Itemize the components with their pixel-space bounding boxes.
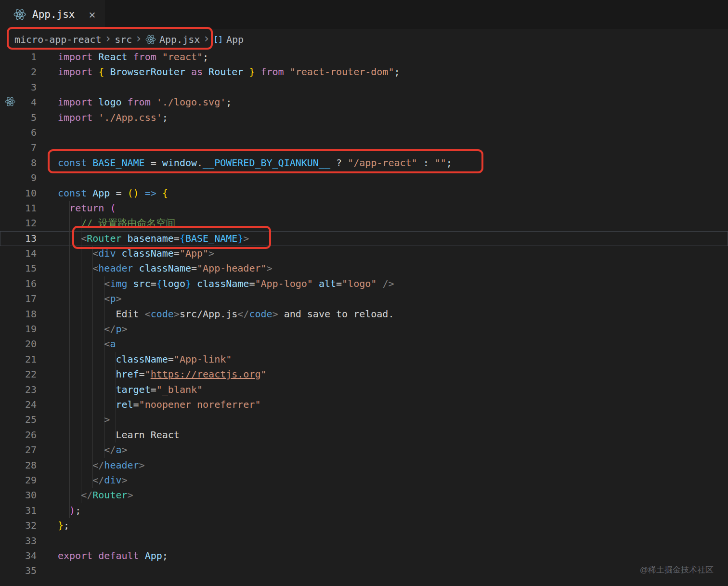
line-number[interactable]: 8 (0, 156, 37, 170)
code-line[interactable]: 5import './App.css'; (0, 110, 728, 125)
code-text: <p> (37, 291, 121, 306)
code-line[interactable]: 25 > (0, 412, 728, 427)
code-line[interactable]: 11 return ( (0, 201, 728, 216)
tab-bar: App.jsx ✕ (0, 0, 728, 29)
line-number[interactable]: 25 (0, 412, 37, 427)
code-line[interactable]: 15 <header className="App-header"> (0, 261, 728, 276)
code-text: export default App; (37, 548, 168, 563)
code-line[interactable]: 10const App = () => { (0, 186, 728, 201)
vscode-editor-window: App.jsx ✕ micro-app-react › src › App.js… (0, 0, 728, 586)
code-text: Learn React (37, 428, 180, 443)
code-text (37, 534, 58, 548)
code-line[interactable]: 27 </a> (0, 443, 728, 457)
code-line[interactable]: 2import { BrowserRouter as Router } from… (0, 65, 728, 79)
code-text (37, 125, 58, 140)
breadcrumb-item-src[interactable]: src (115, 34, 132, 45)
code-line[interactable]: 32}; (0, 518, 728, 533)
line-number[interactable]: 28 (0, 458, 37, 473)
line-number[interactable]: 18 (0, 307, 37, 322)
line-number[interactable]: 13 (0, 231, 37, 246)
code-area: 1import React from "react";2import { Bro… (0, 50, 728, 579)
code-text: import React from "react"; (37, 50, 208, 65)
code-line[interactable]: 13 <Router basename={BASE_NAME}> (0, 231, 728, 246)
code-text: </header> (37, 458, 145, 473)
code-text: // 设置路由命名空间 (37, 216, 175, 231)
code-text: const App = () => { (37, 186, 168, 201)
line-number[interactable]: 27 (0, 443, 37, 457)
code-line[interactable]: 24 rel="noopener noreferrer" (0, 397, 728, 412)
code-line[interactable]: 7 (0, 140, 728, 155)
code-line[interactable]: 20 <a (0, 337, 728, 352)
code-line[interactable]: 9 (0, 170, 728, 185)
line-number[interactable]: 20 (0, 337, 37, 352)
line-number[interactable]: 33 (0, 534, 37, 548)
line-number[interactable]: 17 (0, 291, 37, 306)
code-line[interactable]: 30 </Router> (0, 488, 728, 503)
code-line[interactable]: 17 <p> (0, 291, 728, 306)
line-number[interactable]: 7 (0, 140, 37, 155)
code-text: <a (37, 337, 116, 352)
line-number[interactable]: 2 (0, 65, 37, 79)
code-text: Edit <code>src/App.js</code> and save to… (37, 307, 394, 322)
line-number[interactable]: 31 (0, 503, 37, 518)
code-line[interactable]: 26 Learn React (0, 428, 728, 443)
code-line[interactable]: 21 className="App-link" (0, 352, 728, 367)
code-text: <header className="App-header"> (37, 261, 273, 276)
line-number[interactable]: 16 (0, 276, 37, 291)
code-line[interactable]: 1import React from "react"; (0, 50, 728, 65)
code-text: target="_blank" (37, 382, 203, 397)
code-line[interactable]: 29 </div> (0, 473, 728, 488)
breadcrumb-item-symbol[interactable]: App (226, 34, 244, 45)
line-number[interactable]: 32 (0, 518, 37, 533)
react-gutter-icon[interactable] (5, 96, 15, 109)
line-number[interactable]: 34 (0, 548, 37, 563)
line-number[interactable]: 19 (0, 322, 37, 337)
close-tab-icon[interactable]: ✕ (89, 9, 96, 20)
line-number[interactable]: 10 (0, 186, 37, 201)
line-number[interactable]: 29 (0, 473, 37, 488)
line-number[interactable]: 6 (0, 125, 37, 140)
code-line[interactable]: 16 <img src={logo} className="App-logo" … (0, 276, 728, 291)
line-number[interactable]: 3 (0, 80, 37, 95)
line-number[interactable]: 22 (0, 367, 37, 382)
code-line[interactable]: 31 ); (0, 503, 728, 518)
code-line[interactable]: 19 </p> (0, 322, 728, 337)
line-number[interactable]: 35 (0, 563, 37, 578)
breadcrumb-item-project[interactable]: micro-app-react (14, 34, 102, 45)
code-line[interactable]: 18 Edit <code>src/App.js</code> and save… (0, 307, 728, 322)
line-number[interactable]: 26 (0, 428, 37, 443)
react-file-icon (13, 8, 26, 21)
line-number[interactable]: 12 (0, 216, 37, 231)
tab-appjsx[interactable]: App.jsx ✕ (0, 0, 105, 29)
line-number[interactable]: 15 (0, 261, 37, 276)
code-line[interactable]: 12 // 设置路由命名空间 (0, 216, 728, 231)
line-number[interactable]: 23 (0, 382, 37, 397)
line-number[interactable]: 14 (0, 246, 37, 261)
code-text: rel="noopener noreferrer" (37, 397, 260, 412)
code-line[interactable]: 35 (0, 563, 728, 578)
code-text: import { BrowserRouter as Router } from … (37, 65, 400, 79)
code-text: href="https://reactjs.org" (37, 367, 267, 382)
line-number[interactable]: 24 (0, 397, 37, 412)
code-line[interactable]: 28 </header> (0, 458, 728, 473)
code-text: </div> (37, 473, 128, 488)
line-number[interactable]: 21 (0, 352, 37, 367)
code-line[interactable]: 3 (0, 80, 728, 95)
code-line[interactable]: 8const BASE_NAME = window.__POWERED_BY_Q… (0, 156, 728, 170)
line-number[interactable]: 5 (0, 110, 37, 125)
code-line[interactable]: 6 (0, 125, 728, 140)
line-number[interactable]: 30 (0, 488, 37, 503)
code-line[interactable]: 33 (0, 534, 728, 548)
code-line[interactable]: 34export default App; (0, 548, 728, 563)
code-text: import logo from './logo.svg'; (37, 95, 232, 110)
line-number[interactable]: 9 (0, 170, 37, 185)
code-line[interactable]: 4import logo from './logo.svg'; (0, 95, 728, 110)
line-number[interactable]: 11 (0, 201, 37, 216)
line-number[interactable]: 1 (0, 50, 37, 65)
code-line[interactable]: 22 href="https://reactjs.org" (0, 367, 728, 382)
code-text: </a> (37, 443, 128, 457)
code-line[interactable]: 14 <div className="App"> (0, 246, 728, 261)
code-line[interactable]: 23 target="_blank" (0, 382, 728, 397)
breadcrumb-item-file[interactable]: App.jsx (159, 34, 200, 45)
chevron-right-icon: › (136, 32, 141, 45)
